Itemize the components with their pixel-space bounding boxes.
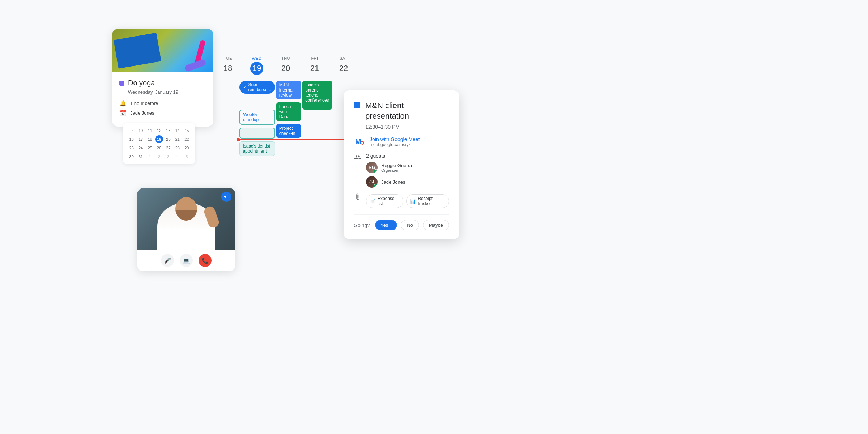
week-day-name-tue: TUE [213,56,242,60]
parent-teacher-conf-event[interactable]: Isaac's parent-teacher conferences [302,81,332,110]
week-day-num-21[interactable]: 21 [308,62,321,75]
yoga-color-dot [119,81,124,86]
lunch-dana-event[interactable]: Lunch with Dana [276,102,301,121]
yoga-mat-flat [114,33,161,69]
week-col-events-fri: Isaac's parent-teacher conferences [302,78,332,208]
cal-day-23[interactable]: 23 [128,144,136,152]
mic-icon: 🎤 [164,257,171,264]
guests-icon [354,154,362,163]
week-wrapper: ✓ Submit reimburse... Weekly standup Isa… [213,78,358,208]
cal-day-27[interactable]: 27 [164,144,172,152]
cal-day-3-next[interactable]: 3 [164,153,172,161]
parent-teacher-conf-label: Isaac's parent-teacher conferences [305,82,329,103]
cal-day-29[interactable]: 29 [183,144,191,152]
week-grid: ✓ Submit reimburse... Weekly standup Isa… [213,78,358,208]
receipt-tracker-chip[interactable]: 📊 Receipt tracker [406,194,449,208]
weekly-standup-event[interactable]: Weekly standup [239,110,275,125]
event-detail-card: M&N client presentation 12:30–1:30 PM M … [344,90,459,239]
event-meet-content: Join with Google Meet meet.google.com/xy… [370,136,420,147]
cal-day-9[interactable]: 9 [128,127,136,135]
screen-share-button[interactable]: 💻 [180,254,193,267]
cal-day-24[interactable]: 24 [137,144,145,152]
cal-day-31[interactable]: 31 [137,153,145,161]
cal-day-20[interactable]: 20 [164,135,172,143]
cal-day-2-next[interactable]: 2 [155,153,163,161]
event-detail-time: 12:30–1:30 PM [354,124,449,130]
cal-day-12[interactable]: 12 [155,127,163,135]
rsvp-yes-dropdown[interactable]: ▾ [393,220,397,230]
mini-calendar: 9 10 11 12 13 14 15 16 17 18 19 20 21 22… [123,123,195,164]
attachment-icon [354,193,362,202]
week-day-num-18[interactable]: 18 [221,62,234,75]
week-header: TUE 18 WED 19 THU 20 FRI 21 SAT 22 [213,56,358,75]
join-meet-link[interactable]: Join with Google Meet [370,136,420,142]
expense-list-label: Expense list [378,196,399,206]
cal-day-1-next[interactable]: 1 [146,153,154,161]
end-call-button[interactable]: 📞 [199,254,212,267]
week-day-num-20[interactable]: 20 [279,62,292,75]
yoga-date: Wednesday, January 19 [119,89,206,95]
yoga-reminder-text: 1 hour before [130,101,158,106]
cal-day-25[interactable]: 25 [146,144,154,152]
week-day-num-19[interactable]: 19 [250,62,263,75]
rsvp-label: Going? [354,222,370,228]
cal-day-17[interactable]: 17 [137,135,145,143]
weekly-standup-label: Weekly standup [243,112,259,122]
cal-day-15[interactable]: 15 [183,127,191,135]
cal-day-28[interactable]: 28 [174,144,182,152]
jade-check-icon: ✓ [374,184,378,188]
rsvp-yes-button[interactable]: Yes [375,220,393,230]
submit-reimbursement-event[interactable]: ✓ Submit reimburse... [239,81,275,94]
event-guests-content: 2 guests RG ✓ Reggie Guerra Organizer JJ… [366,153,412,188]
cal-day-11[interactable]: 11 [146,127,154,135]
cal-day-26[interactable]: 26 [155,144,163,152]
weekly-calendar: TUE 18 WED 19 THU 20 FRI 21 SAT 22 [213,56,358,208]
cal-day-18[interactable]: 18 [146,135,154,143]
reggie-info: Reggie Guerra Organizer [381,163,412,173]
reggie-role: Organizer [381,168,412,173]
week-col-events-wed: ✓ Submit reimburse... Weekly standup Isa… [239,78,275,208]
screen-icon: 💻 [183,257,190,264]
cal-day-16[interactable]: 16 [128,135,136,143]
rsvp-no-button[interactable]: No [401,220,419,230]
expense-list-chip[interactable]: 📄 Expense list [366,194,403,208]
cal-day-14[interactable]: 14 [174,127,182,135]
google-meet-icon: M [354,136,365,148]
sheets-icon: 📊 [410,199,416,204]
project-checkin-event[interactable]: Project check-in [276,124,301,138]
yoga-title: Do yoga [128,79,155,87]
mute-mic-button[interactable]: 🎤 [161,254,174,267]
empty-slot-wed [239,128,275,139]
guest-row-jade: JJ ✓ Jade Jones [366,176,412,188]
cal-day-22[interactable]: 22 [183,135,191,143]
cal-day-19[interactable]: 19 [155,135,163,143]
docs-icon: 📄 [370,199,376,204]
cal-day-30[interactable]: 30 [128,153,136,161]
rsvp-maybe-button[interactable]: Maybe [423,220,449,230]
cal-day-4-next[interactable]: 4 [174,153,182,161]
event-attachments-section: 📄 Expense list 📊 Receipt tracker [354,193,449,208]
svg-text:M: M [355,138,361,146]
week-day-num-22[interactable]: 22 [337,62,350,75]
cal-day-5-next[interactable]: 5 [183,153,191,161]
week-col-thu: THU 20 [271,56,300,75]
cal-day-13[interactable]: 13 [164,127,172,135]
svg-point-3 [361,142,363,144]
cal-day-10[interactable]: 10 [137,127,145,135]
mn-internal-review-label: M&N internal review [279,82,293,98]
person-beard [175,210,197,221]
week-day-name-fri: FRI [300,56,329,60]
cal-day-21[interactable]: 21 [174,135,182,143]
time-indicator-dot [237,138,240,141]
week-col-fri: FRI 21 [300,56,329,75]
mn-internal-review-event[interactable]: M&N internal review [276,81,301,99]
video-controls: 🎤 💻 📞 [137,250,235,271]
rsvp-yes-group[interactable]: Yes ▾ [375,220,397,230]
dentist-appointment-event[interactable]: Isaac's dentist appointment [239,141,275,156]
organizer-check-icon: ✓ [374,169,378,173]
lunch-dana-label: Lunch with Dana [279,104,291,119]
jade-avatar: JJ ✓ [366,176,378,188]
audio-wave-icon [221,192,231,202]
guest-row-reggie: RG ✓ Reggie Guerra Organizer [366,162,412,173]
event-guests-section: 2 guests RG ✓ Reggie Guerra Organizer JJ… [354,153,449,188]
